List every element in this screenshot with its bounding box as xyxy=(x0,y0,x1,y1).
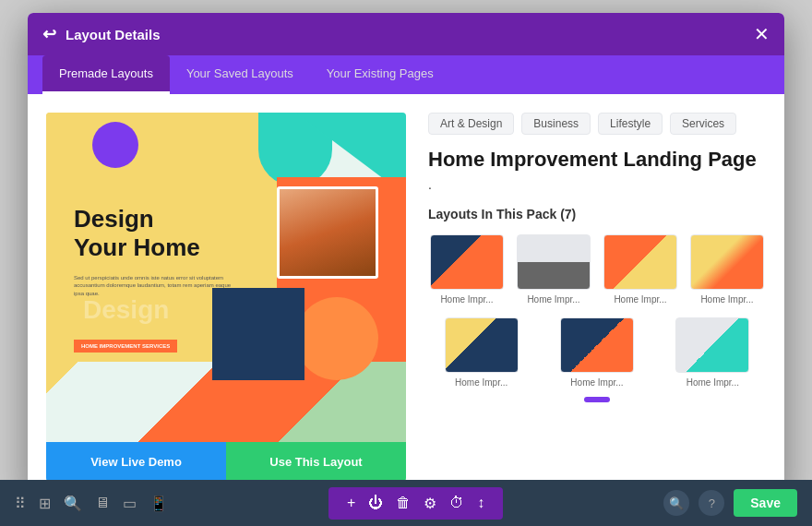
modal-body: DesignYour Home Sed ut perspiciatis unde… xyxy=(28,94,784,500)
thumbnail-6[interactable]: Home Impr... xyxy=(543,317,650,388)
thumb-box-7 xyxy=(675,317,749,373)
toolbar-left: ⠿ ⊞ 🔍 🖥 ▭ 📱 xyxy=(15,495,168,512)
layout-info: Art & Design Business Lifestyle Services… xyxy=(406,113,766,482)
tab-bar: Premade Layouts Your Saved Layouts Your … xyxy=(28,55,784,94)
search-icon[interactable]: 🔍 xyxy=(64,495,82,512)
use-this-layout-button[interactable]: Use This Layout xyxy=(226,442,406,482)
thumb-box-6 xyxy=(560,317,634,373)
thumb-label-1: Home Impr... xyxy=(440,294,493,305)
mobile-icon[interactable]: 📱 xyxy=(149,495,168,512)
thumb-label-5: Home Impr... xyxy=(455,377,508,388)
thumbnail-1[interactable]: Home Impr... xyxy=(428,234,506,305)
thumbnail-3[interactable]: Home Impr... xyxy=(602,234,679,305)
zoom-icon[interactable]: 🔍 xyxy=(663,490,689,516)
bottom-toolbar: ⠿ ⊞ 🔍 🖥 ▭ 📱 + ⏻ 🗑 ⚙ ⏱ ↕ 🔍 ? Save xyxy=(0,480,812,526)
thumbnail-2[interactable]: Home Impr... xyxy=(515,234,592,305)
preview-buttons: View Live Demo Use This Layout xyxy=(46,442,406,482)
layout-icon[interactable]: ⊞ xyxy=(39,495,51,512)
shape-purple xyxy=(92,122,138,168)
layout-title: Home Improvement Landing Page xyxy=(428,148,766,172)
thumbnail-5[interactable]: Home Impr... xyxy=(428,317,534,388)
tab-existing-pages[interactable]: Your Existing Pages xyxy=(310,55,450,94)
thumb-box-4 xyxy=(690,234,764,290)
delete-icon[interactable]: 🗑 xyxy=(396,495,411,511)
tab-saved-layouts[interactable]: Your Saved Layouts xyxy=(170,55,310,94)
sort-icon[interactable]: ↕ xyxy=(477,495,484,511)
shape-navy xyxy=(212,288,304,380)
scroll-indicator xyxy=(428,397,766,402)
preview-photo xyxy=(277,186,378,279)
grid-icon[interactable]: ⠿ xyxy=(15,495,26,512)
thumb-label-6: Home Impr... xyxy=(570,377,623,388)
preview-image: DesignYour Home Sed ut perspiciatis unde… xyxy=(46,113,406,454)
toolbar-right: 🔍 ? Save xyxy=(663,489,797,517)
thumb-box-1 xyxy=(430,234,504,290)
thumb-label-7: Home Impr... xyxy=(687,377,739,388)
tag-art-design[interactable]: Art & Design xyxy=(428,113,514,135)
tag-services[interactable]: Services xyxy=(670,113,736,135)
thumb-box-3 xyxy=(603,234,677,290)
help-icon[interactable]: ? xyxy=(699,490,724,516)
preview-title: DesignYour Home xyxy=(74,205,200,262)
pack-title: Layouts In This Pack (7) xyxy=(428,207,766,221)
modal-header: ↩ Layout Details ✕ xyxy=(28,13,784,55)
monitor-icon[interactable]: 🖥 xyxy=(95,495,110,511)
layout-details-modal: ↩ Layout Details ✕ Premade Layouts Your … xyxy=(28,13,784,500)
thumbnail-4[interactable]: Home Impr... xyxy=(688,234,766,305)
thumb-box-2 xyxy=(517,234,591,290)
thumb-label-4: Home Impr... xyxy=(700,294,753,305)
thumbnail-7[interactable]: Home Impr... xyxy=(660,317,766,388)
add-icon[interactable]: + xyxy=(347,495,355,511)
preview-badge: HOME IMPROVEMENT SERVICES xyxy=(74,340,177,353)
tab-premade-layouts[interactable]: Premade Layouts xyxy=(42,55,170,94)
preview-subtitle: Sed ut perspiciatis unde omnis iste natu… xyxy=(74,274,240,297)
back-icon[interactable]: ↩ xyxy=(42,24,56,44)
tablet-icon[interactable]: ▭ xyxy=(123,495,137,512)
power-icon[interactable]: ⏻ xyxy=(368,495,383,511)
thumbnails-row-2: Home Impr... Home Impr... Home Impr... xyxy=(428,317,766,388)
modal-overlay: ↩ Layout Details ✕ Premade Layouts Your … xyxy=(0,0,812,480)
thumbnails-row-1: Home Impr... Home Impr... Home Impr... H… xyxy=(428,234,766,305)
shape-orange-circle xyxy=(295,297,378,380)
thumb-label-3: Home Impr... xyxy=(614,294,666,305)
close-button[interactable]: ✕ xyxy=(754,25,770,43)
layout-preview: DesignYour Home Sed ut perspiciatis unde… xyxy=(46,113,406,482)
settings-icon[interactable]: ⚙ xyxy=(424,495,436,512)
tag-business[interactable]: Business xyxy=(521,113,591,135)
preview-photo-inner xyxy=(280,189,376,276)
thumb-label-2: Home Impr... xyxy=(527,294,579,305)
tag-lifestyle[interactable]: Lifestyle xyxy=(598,113,663,135)
view-live-demo-button[interactable]: View Live Demo xyxy=(46,442,226,482)
save-button[interactable]: Save xyxy=(734,489,797,517)
layout-dot: . xyxy=(428,177,766,192)
history-icon[interactable]: ⏱ xyxy=(449,495,464,511)
tag-list: Art & Design Business Lifestyle Services xyxy=(428,113,766,135)
thumb-box-5 xyxy=(445,317,519,373)
modal-header-left: ↩ Layout Details xyxy=(42,24,161,44)
preview-design-text: Design xyxy=(83,295,169,325)
modal-title: Layout Details xyxy=(66,27,161,42)
toolbar-center: + ⏻ 🗑 ⚙ ⏱ ↕ xyxy=(328,487,503,520)
scroll-dot xyxy=(584,397,610,402)
